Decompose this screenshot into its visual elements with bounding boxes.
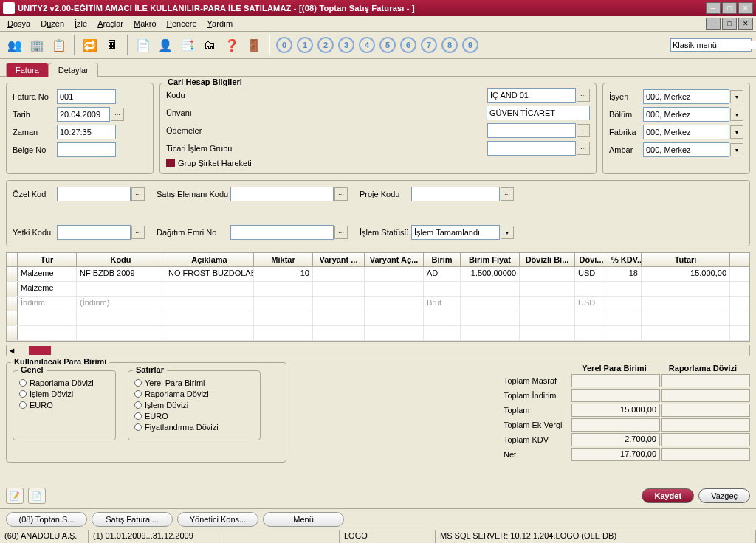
ambar-input[interactable]: [646, 145, 726, 154]
menu-makro[interactable]: Makro: [129, 18, 161, 30]
bolum-input[interactable]: [646, 110, 726, 119]
menu-dosya[interactable]: Dosya: [3, 18, 35, 30]
col-varyant-ac[interactable]: Varyant Aç...: [365, 253, 424, 266]
tb-building-icon[interactable]: 🏢: [27, 35, 47, 55]
tb-refresh-icon[interactable]: 🔁: [80, 35, 100, 55]
grid-cell[interactable]: [254, 297, 313, 311]
islem-input[interactable]: [414, 228, 497, 237]
grid-cell[interactable]: [165, 311, 254, 325]
note-doc-icon[interactable]: 📄: [28, 488, 46, 504]
grid-cell[interactable]: [254, 282, 313, 296]
num-button-9[interactable]: 9: [462, 37, 478, 53]
grid-cell[interactable]: [642, 311, 730, 325]
menu-izle[interactable]: İzle: [70, 18, 92, 30]
grid-cell[interactable]: [461, 311, 520, 325]
odemeler-lookup-icon[interactable]: ⋯: [577, 124, 590, 137]
ozel-lookup-icon[interactable]: ⋯: [131, 187, 145, 201]
grid-cell[interactable]: Malzeme: [18, 267, 77, 281]
grid-cell[interactable]: USD: [575, 297, 608, 311]
grid-cell[interactable]: 18: [608, 267, 642, 281]
grid-cell[interactable]: [608, 326, 642, 340]
col-varyant[interactable]: Varyant ...: [313, 253, 365, 266]
dagitim-input[interactable]: [233, 228, 331, 237]
radio-icon[interactable]: [19, 379, 27, 387]
col-dovi[interactable]: Dövi...: [575, 253, 608, 266]
vazgec-button[interactable]: Vazgeç: [698, 488, 750, 503]
tb-calc-icon[interactable]: 🖩: [102, 35, 123, 55]
radio-satirlar[interactable]: Fiyatlandırma Dövizi: [134, 423, 254, 432]
grid-cell[interactable]: [520, 326, 575, 340]
grid-cell[interactable]: [254, 311, 313, 325]
grid-cell[interactable]: NF BZDB 2009: [77, 267, 165, 281]
grid-cell[interactable]: [608, 282, 642, 296]
col-dovizli[interactable]: Dövizli Bi...: [520, 253, 575, 266]
radio-satirlar[interactable]: Yerel Para Birimi: [134, 378, 254, 387]
grid-cell[interactable]: [313, 282, 365, 296]
tarih-input[interactable]: [60, 110, 107, 119]
num-button-1[interactable]: 1: [297, 37, 313, 53]
grid-cell[interactable]: [365, 311, 424, 325]
unvani-input[interactable]: [489, 108, 587, 117]
grid-cell[interactable]: [575, 282, 608, 296]
grid-cell[interactable]: [642, 326, 730, 340]
taskbar-button[interactable]: (08) Toptan S...: [6, 512, 87, 527]
num-button-5[interactable]: 5: [379, 37, 396, 53]
grid-cell[interactable]: [575, 326, 608, 340]
satis-lookup-icon[interactable]: ⋯: [334, 187, 348, 201]
grid-cell[interactable]: [165, 326, 254, 340]
radio-satirlar[interactable]: EURO: [134, 412, 254, 421]
col-aciklama[interactable]: Açıklama: [165, 253, 254, 266]
odemeler-input[interactable]: [490, 126, 573, 135]
grid-cell[interactable]: (İndirim): [77, 297, 165, 311]
grid-cell[interactable]: [424, 326, 461, 340]
grid-cell[interactable]: 15.000,00: [642, 267, 730, 281]
islem-drop-icon[interactable]: ▾: [501, 226, 514, 239]
grid-cell[interactable]: [313, 311, 365, 325]
menu-duzen[interactable]: Düzen: [36, 18, 69, 30]
tb-person-icon[interactable]: 👤: [155, 35, 176, 55]
grid-cell[interactable]: [365, 297, 424, 311]
grid-cell[interactable]: [313, 267, 365, 281]
grid-cell[interactable]: [77, 311, 165, 325]
radio-genel[interactable]: Raporlama Dövizi: [19, 378, 109, 387]
date-picker-icon[interactable]: ⋯: [111, 108, 124, 121]
grid-cell[interactable]: [608, 297, 642, 311]
grid-cell[interactable]: [520, 267, 575, 281]
mdi-minimize-button[interactable]: ─: [706, 18, 721, 30]
tb-notes-icon[interactable]: 🗂: [199, 35, 220, 55]
num-button-3[interactable]: 3: [338, 37, 354, 53]
num-button-4[interactable]: 4: [359, 37, 375, 53]
grid-scrollbar[interactable]: ◄: [6, 345, 750, 356]
grid-cell[interactable]: [18, 311, 77, 325]
line-grid[interactable]: Tür Kodu Açıklama Miktar Varyant ... Var…: [6, 252, 750, 342]
grid-cell[interactable]: Brüt: [424, 297, 461, 311]
kodu-lookup-icon[interactable]: ⋯: [577, 89, 590, 102]
mdi-maximize-button[interactable]: □: [722, 18, 737, 30]
minimize-button[interactable]: ─: [706, 2, 721, 14]
tab-detaylar[interactable]: Detaylar: [49, 63, 98, 77]
grid-cell[interactable]: [77, 282, 165, 296]
grid-cell[interactable]: [520, 311, 575, 325]
fatura-no-input[interactable]: [60, 92, 113, 101]
ticari-lookup-icon[interactable]: ⋯: [577, 142, 590, 155]
ambar-drop-icon[interactable]: ▾: [730, 143, 743, 156]
proje-lookup-icon[interactable]: ⋯: [501, 187, 514, 201]
dagitim-lookup-icon[interactable]: ⋯: [334, 226, 348, 239]
table-row[interactable]: MalzemeNF BZDB 2009NO FROST BUZDOLABI10A…: [7, 267, 749, 282]
grid-cell[interactable]: [608, 311, 642, 325]
table-row[interactable]: [7, 311, 749, 326]
proje-input[interactable]: [414, 190, 497, 198]
num-button-0[interactable]: 0: [276, 37, 292, 53]
taskbar-button[interactable]: Menü: [263, 512, 344, 527]
grid-cell[interactable]: [424, 311, 461, 325]
grid-cell[interactable]: 1.500,00000: [461, 267, 520, 281]
close-button[interactable]: ✕: [738, 2, 753, 14]
radio-icon[interactable]: [134, 390, 142, 398]
col-birim[interactable]: Birim: [424, 253, 461, 266]
ozel-input[interactable]: [60, 190, 128, 198]
fabrika-input[interactable]: [646, 128, 726, 136]
num-button-7[interactable]: 7: [421, 37, 437, 53]
grid-cell[interactable]: Malzeme: [18, 282, 77, 296]
grid-cell[interactable]: [165, 297, 254, 311]
grid-cell[interactable]: İndirim: [18, 297, 77, 311]
